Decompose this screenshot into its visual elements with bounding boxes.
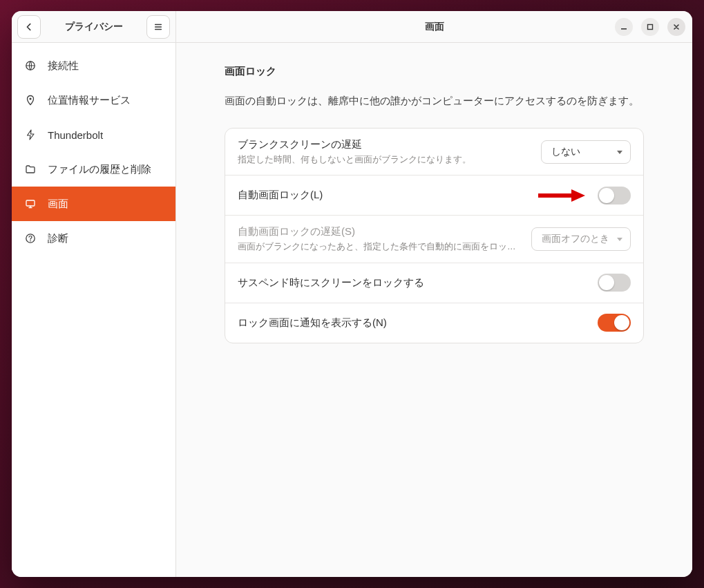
auto-lock-switch[interactable] [598, 187, 631, 205]
arrow-right-icon [537, 188, 585, 203]
sidebar-item-label: 位置情報サービス [48, 94, 131, 107]
row-lock-on-suspend: サスペンド時にスクリーンをロックする [225, 263, 643, 303]
row-title: 自動画面ロック(L) [238, 189, 527, 202]
header-right: 画面 [176, 11, 692, 42]
globe-icon [24, 60, 37, 71]
row-text: サスペンド時にスクリーンをロックする [238, 276, 588, 290]
sidebar-title: プライバシー [45, 21, 142, 33]
folder-icon [24, 164, 37, 175]
row-desc: 指定した時間、何もしないと画面がブランクになります。 [238, 154, 531, 165]
back-button[interactable] [17, 15, 41, 39]
menu-button[interactable] [146, 15, 170, 39]
row-text: ブランクスクリーンの遅延 指定した時間、何もしないと画面がブランクになります。 [238, 138, 531, 165]
sidebar-item-diagnostics[interactable]: 診断 [12, 221, 175, 256]
svg-marker-8 [571, 189, 585, 202]
svg-rect-4 [26, 200, 35, 206]
row-text: 自動画面ロック(L) [238, 189, 527, 202]
combo-value: 画面オフのとき [542, 233, 609, 245]
settings-window: プライバシー 画面 [12, 11, 692, 577]
hamburger-icon [153, 22, 163, 32]
pin-icon [24, 95, 37, 106]
sidebar-item-label: Thunderbolt [48, 129, 103, 141]
settings-list: ブランクスクリーンの遅延 指定した時間、何もしないと画面がブランクになります。 … [225, 128, 644, 343]
body: 接続性 位置情報サービス Thunderbolt ファイルの履歴と削除 [12, 43, 692, 577]
minimize-button[interactable] [615, 18, 633, 36]
sidebar-item-label: 接続性 [48, 59, 79, 73]
section-description: 画面の自動ロックは、離席中に他の誰かがコンピューターにアクセスするのを防ぎます。 [225, 92, 644, 110]
minimize-icon [620, 23, 628, 31]
header-left: プライバシー [12, 11, 176, 42]
sidebar-item-thunderbolt[interactable]: Thunderbolt [12, 117, 175, 152]
sidebar-item-screen[interactable]: 画面 [12, 187, 175, 221]
row-title: ブランクスクリーンの遅延 [238, 138, 531, 151]
row-desc: 画面がブランクになったあと、指定した条件で自動的に画面をロック… [238, 241, 522, 252]
svg-rect-1 [648, 24, 653, 29]
auto-lock-delay-combo: 画面オフのとき [531, 227, 631, 251]
show-notifications-switch[interactable] [598, 314, 631, 332]
maximize-button[interactable] [641, 18, 659, 36]
help-icon [24, 233, 37, 244]
blank-screen-delay-combo[interactable]: しない [541, 140, 631, 164]
row-auto-lock: 自動画面ロック(L) [225, 175, 643, 215]
sidebar-item-label: ファイルの履歴と削除 [48, 163, 151, 176]
sidebar-item-label: 画面 [48, 198, 68, 211]
row-blank-screen-delay: ブランクスクリーンの遅延 指定した時間、何もしないと画面がブランクになります。 … [225, 129, 643, 175]
window-controls [615, 18, 685, 36]
maximize-icon [646, 23, 654, 31]
sidebar: 接続性 位置情報サービス Thunderbolt ファイルの履歴と削除 [12, 43, 176, 577]
close-button[interactable] [667, 18, 685, 36]
headerbar: プライバシー 画面 [12, 11, 692, 43]
callout-arrow [537, 187, 585, 205]
combo-value: しない [551, 146, 580, 158]
sidebar-item-label: 診断 [48, 232, 68, 245]
svg-point-6 [30, 240, 31, 242]
sidebar-item-connectivity[interactable]: 接続性 [12, 48, 175, 83]
row-title: 自動画面ロックの遅延(S) [238, 225, 522, 238]
sidebar-item-location[interactable]: 位置情報サービス [12, 83, 175, 117]
row-title: ロック画面に通知を表示する(N) [238, 316, 588, 330]
row-show-notifications: ロック画面に通知を表示する(N) [225, 303, 643, 343]
monitor-icon [24, 198, 37, 209]
row-text: ロック画面に通知を表示する(N) [238, 316, 588, 330]
row-text: 自動画面ロックの遅延(S) 画面がブランクになったあと、指定した条件で自動的に画… [238, 225, 522, 252]
lock-on-suspend-switch[interactable] [598, 274, 631, 292]
svg-point-3 [29, 97, 31, 99]
chevron-left-icon [24, 22, 34, 32]
section-title: 画面ロック [225, 65, 644, 78]
content: 画面ロック 画面の自動ロックは、離席中に他の誰かがコンピューターにアクセスするの… [176, 43, 692, 577]
svg-rect-0 [621, 28, 627, 30]
row-auto-lock-delay: 自動画面ロックの遅延(S) 画面がブランクになったあと、指定した条件で自動的に画… [225, 215, 643, 262]
sidebar-item-file-history[interactable]: ファイルの履歴と削除 [12, 152, 175, 187]
close-icon [672, 23, 681, 31]
bolt-icon [24, 129, 37, 140]
row-title: サスペンド時にスクリーンをロックする [238, 276, 588, 290]
